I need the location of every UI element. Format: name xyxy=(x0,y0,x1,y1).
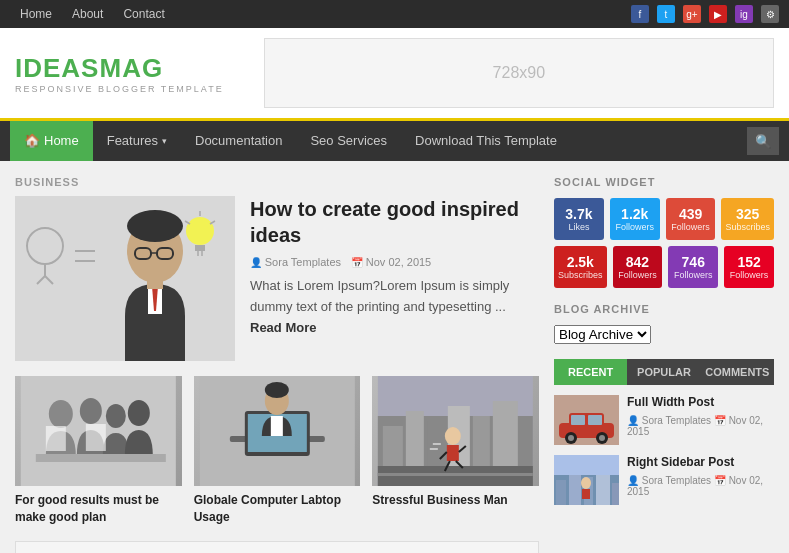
tab-recent[interactable]: RECENT xyxy=(554,359,627,385)
instagram-top-icon[interactable]: ig xyxy=(735,5,753,23)
instagram-count: 746 xyxy=(672,254,714,270)
social-grid-bottom: 2.5k Subscribes 842 Followers 746 Follow… xyxy=(554,246,774,288)
nav-documentation[interactable]: Documentation xyxy=(181,121,296,161)
small-post-3-title: Stressful Business Man xyxy=(372,492,539,509)
facebook-label: Likes xyxy=(558,222,600,232)
sidebar-posts-section: RECENT POPULAR COMMENTS xyxy=(554,359,774,505)
twitter-count: 1.2k xyxy=(614,206,656,222)
svg-point-35 xyxy=(264,382,288,398)
youtube-count: 2.5k xyxy=(558,254,603,270)
top-bar: Home About Contact f t g+ ▶ ig ⚙ xyxy=(0,0,789,28)
svg-rect-16 xyxy=(195,245,205,251)
facebook-count: 3.7k xyxy=(558,206,600,222)
blog-archive-section: BLOG ARCHIVE Blog Archive xyxy=(554,303,774,344)
small-post-1-title: For good results must be make good plan xyxy=(15,492,182,526)
blog-archive-title: BLOG ARCHIVE xyxy=(554,303,774,315)
svg-point-26 xyxy=(128,400,150,426)
facebook-top-icon[interactable]: f xyxy=(631,5,649,23)
small-post-1-image xyxy=(15,376,182,486)
small-post-3: Stressful Business Man xyxy=(372,376,539,526)
social-box-facebook[interactable]: 3.7k Likes xyxy=(554,198,604,240)
svg-point-25 xyxy=(106,404,126,428)
nav-search-button[interactable]: 🔍 xyxy=(747,127,779,155)
featured-post-author: Sora Templates xyxy=(250,256,341,268)
pinterest-label: Followers xyxy=(617,270,659,280)
social-box-youtube[interactable]: 2.5k Subscribes xyxy=(554,246,607,288)
social-box-pinterest2[interactable]: 152 Followers xyxy=(724,246,774,288)
sidebar-post-1-info: Full Width Post 👤 Sora Templates 📅 Nov 0… xyxy=(627,395,774,445)
svg-rect-48 xyxy=(447,445,459,461)
sidebar: SOCIAL WIDGET 3.7k Likes 1.2k Followers … xyxy=(554,176,774,553)
read-more-link[interactable]: Read More xyxy=(250,320,316,335)
nav-download[interactable]: Download This Template xyxy=(401,121,571,161)
pinterest2-label: Followers xyxy=(728,270,770,280)
social-box-pinterest[interactable]: 842 Followers xyxy=(613,246,663,288)
rss-count: 325 xyxy=(725,206,770,222)
svg-point-15 xyxy=(186,217,214,245)
svg-rect-29 xyxy=(86,424,106,451)
small-post-1: For good results must be make good plan xyxy=(15,376,182,526)
sidebar-post-2-meta: 👤 Sora Templates 📅 Nov 02, 2015 xyxy=(627,475,774,497)
main-layout: BUSINESS xyxy=(0,161,789,553)
featured-post-content: How to create good inspired ideas Sora T… xyxy=(250,196,539,361)
pinterest-count: 842 xyxy=(617,254,659,270)
blog-archive-select[interactable]: Blog Archive xyxy=(554,325,651,344)
twitter-label: Followers xyxy=(614,222,656,232)
small-post-2-title: Globale Computer Labtop Usage xyxy=(194,492,361,526)
sidebar-post-1-meta: 👤 Sora Templates 📅 Nov 02, 2015 xyxy=(627,415,774,437)
svg-point-63 xyxy=(599,435,605,441)
googleplus-count: 439 xyxy=(670,206,712,222)
social-box-rss[interactable]: 325 Subscribes xyxy=(721,198,774,240)
rss-label: Subscribes xyxy=(725,222,770,232)
svg-rect-69 xyxy=(596,470,610,505)
nav-features[interactable]: Features ▾ xyxy=(93,121,181,161)
social-widget-title: SOCIAL WIDGET xyxy=(554,176,774,188)
svg-rect-36 xyxy=(270,416,282,436)
top-social-icons: f t g+ ▶ ig ⚙ xyxy=(631,5,779,23)
nav-seo-services[interactable]: Seo Services xyxy=(296,121,401,161)
section-label: BUSINESS xyxy=(15,176,539,188)
sidebar-post-2-title[interactable]: Right Sidebar Post xyxy=(627,455,774,471)
featured-post-meta: Sora Templates Nov 02, 2015 xyxy=(250,256,539,268)
featured-post-image xyxy=(15,196,235,361)
instagram-label: Followers xyxy=(672,270,714,280)
content-area: BUSINESS xyxy=(15,176,539,553)
logo-text: IDEASMAG xyxy=(15,53,224,84)
tab-comments[interactable]: COMMENTS xyxy=(701,359,774,385)
youtube-top-icon[interactable]: ▶ xyxy=(709,5,727,23)
svg-rect-70 xyxy=(612,483,619,505)
nav-items: 🏠 Home Features ▾ Documentation Seo Serv… xyxy=(10,121,747,161)
top-nav: Home About Contact xyxy=(10,0,175,28)
svg-rect-59 xyxy=(588,415,602,425)
svg-point-23 xyxy=(49,400,73,428)
svg-rect-27 xyxy=(36,454,166,462)
pinterest2-count: 152 xyxy=(728,254,770,270)
googleplus-label: Followers xyxy=(670,222,712,232)
small-post-2: Globale Computer Labtop Usage xyxy=(194,376,361,526)
social-box-googleplus[interactable]: 439 Followers xyxy=(666,198,716,240)
tab-popular[interactable]: POPULAR xyxy=(627,359,700,385)
logo-main: IDEAS xyxy=(15,53,99,83)
svg-rect-46 xyxy=(378,473,533,476)
topnav-about[interactable]: About xyxy=(62,0,113,28)
nav-home[interactable]: 🏠 Home xyxy=(10,121,93,161)
svg-point-72 xyxy=(581,477,591,489)
social-box-instagram[interactable]: 746 Followers xyxy=(668,246,718,288)
topnav-contact[interactable]: Contact xyxy=(113,0,174,28)
svg-rect-67 xyxy=(569,473,581,505)
features-chevron: ▾ xyxy=(162,121,167,161)
twitter-top-icon[interactable]: t xyxy=(657,5,675,23)
svg-rect-28 xyxy=(46,426,66,451)
sidebar-post-1-image xyxy=(554,395,619,445)
svg-point-24 xyxy=(80,398,102,424)
social-box-twitter[interactable]: 1.2k Followers xyxy=(610,198,660,240)
svg-point-8 xyxy=(127,210,183,242)
site-logo[interactable]: IDEASMAG RESPONSIVE BLOGGER TEMPLATE xyxy=(15,53,224,94)
topnav-home[interactable]: Home xyxy=(10,0,62,28)
settings-top-icon[interactable]: ⚙ xyxy=(761,5,779,23)
sidebar-post-2-info: Right Sidebar Post 👤 Sora Templates 📅 No… xyxy=(627,455,774,505)
google-plus-top-icon[interactable]: g+ xyxy=(683,5,701,23)
small-post-2-image xyxy=(194,376,361,486)
sidebar-post-1-title[interactable]: Full Width Post xyxy=(627,395,774,411)
svg-rect-73 xyxy=(582,489,590,499)
